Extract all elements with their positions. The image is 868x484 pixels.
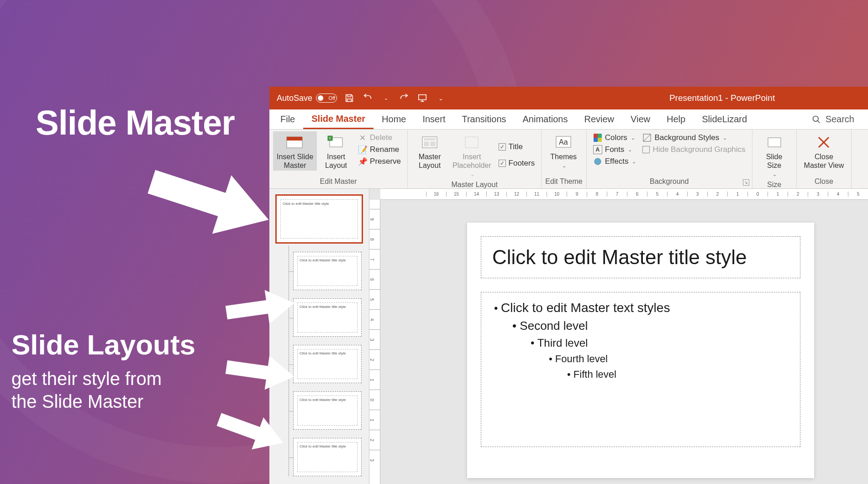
- vertical-ruler[interactable]: 9876543210123: [369, 200, 380, 484]
- body-placeholder[interactable]: Click to edit Master text styles Second …: [481, 292, 800, 447]
- close-master-view-button[interactable]: Close Master View: [800, 131, 848, 171]
- slide-canvas[interactable]: Click to edit Master title style Click t…: [380, 200, 868, 484]
- thumb-layout-text: Click to edit Master title style: [298, 349, 357, 357]
- hide-bg-label: Hide Background Graphics: [652, 145, 745, 154]
- thumb-layout-text: Click to edit Master title style: [298, 303, 357, 311]
- chevron-down-icon: ⌄: [470, 172, 474, 177]
- svg-rect-0: [419, 95, 426, 100]
- layout-thumbnail[interactable]: Click to edit Master title style: [293, 345, 362, 383]
- footers-checkbox-label: Footers: [509, 159, 535, 168]
- svg-rect-10: [430, 141, 436, 146]
- fonts-icon: A: [593, 145, 602, 154]
- layout-thumbnail[interactable]: Click to edit Master title style: [293, 298, 362, 337]
- svg-rect-17: [598, 138, 602, 142]
- tab-file[interactable]: File: [272, 109, 303, 129]
- tab-view[interactable]: View: [622, 109, 658, 129]
- slide-size-icon: [765, 134, 784, 151]
- close-icon: [815, 134, 833, 151]
- overlay-slide-master-title: Slide Master: [36, 103, 235, 142]
- text-level-3: Third level: [494, 337, 787, 349]
- undo-icon[interactable]: [362, 92, 374, 104]
- redo-icon[interactable]: [398, 92, 410, 104]
- tab-home[interactable]: Home: [374, 109, 414, 129]
- search-placeholder: Search: [826, 114, 854, 125]
- hide-bg-checkbox[interactable]: Hide Background Graphics: [642, 145, 745, 154]
- tab-help[interactable]: Help: [658, 109, 694, 129]
- insert-placeholder-button[interactable]: Insert Placeholder⌄: [449, 131, 495, 179]
- preserve-icon: 📌: [358, 157, 367, 166]
- toggle-switch-icon[interactable]: Off: [316, 94, 337, 103]
- rename-label: Rename: [370, 145, 399, 154]
- ribbon-content: Insert Slide Master + Insert Layout ✕Del…: [269, 130, 868, 189]
- slide-size-button[interactable]: Slide Size⌄: [756, 131, 793, 179]
- rename-button[interactable]: 📝Rename: [358, 145, 401, 154]
- group-edit-theme: Aa Themes⌄ Edit Theme: [542, 130, 587, 188]
- delete-label: Delete: [370, 133, 392, 142]
- effects-button[interactable]: Effects⌄: [593, 157, 637, 166]
- rename-icon: 📝: [358, 145, 367, 154]
- ribbon-tabs: File Slide Master Home Insert Transition…: [269, 109, 868, 130]
- slide-size-label: Slide Size: [766, 152, 783, 170]
- svg-point-1: [813, 116, 818, 121]
- title-bar: AutoSave Off ⌄ ⌄ Presentation1 - PowerPo…: [269, 87, 868, 109]
- fonts-button[interactable]: AFonts⌄: [593, 145, 637, 154]
- slideshow-icon[interactable]: [416, 92, 428, 104]
- ribbon-search[interactable]: Search: [812, 109, 868, 129]
- svg-rect-3: [287, 137, 302, 141]
- tab-slidelizard[interactable]: SlideLizard: [694, 109, 755, 129]
- thumb-master-text: Click to edit Master title style: [281, 200, 358, 208]
- background-styles-icon: [642, 133, 652, 142]
- group-master-layout-label: Master Layout: [411, 179, 537, 192]
- save-icon[interactable]: [343, 92, 355, 104]
- svg-rect-16: [594, 138, 598, 142]
- qat-customize-icon[interactable]: ⌄: [435, 92, 447, 104]
- group-master-layout: Master Layout Insert Placeholder⌄ Title …: [408, 130, 542, 188]
- themes-label: Themes: [550, 152, 577, 161]
- slide-master-thumbnail[interactable]: Click to edit Master title style: [275, 194, 363, 244]
- insert-layout-label: Insert Layout: [325, 152, 347, 170]
- master-layout-label: Master Layout: [419, 152, 441, 170]
- delete-button[interactable]: ✕Delete: [358, 133, 401, 142]
- themes-button[interactable]: Aa Themes⌄: [545, 131, 582, 170]
- dialog-launcher-icon[interactable]: ↘: [743, 179, 749, 186]
- group-background-label: Background: [590, 176, 748, 188]
- colors-button[interactable]: Colors⌄: [593, 133, 637, 142]
- group-size: Slide Size⌄ Size: [752, 130, 797, 188]
- insert-layout-button[interactable]: + Insert Layout: [318, 131, 354, 171]
- tab-animations[interactable]: Animations: [515, 109, 576, 129]
- title-placeholder[interactable]: Click to edit Master title style: [481, 236, 800, 278]
- layout-thumbnail[interactable]: Click to edit Master title style: [293, 252, 362, 290]
- powerpoint-window: AutoSave Off ⌄ ⌄ Presentation1 - PowerPo…: [269, 87, 868, 484]
- chevron-down-icon: ⌄: [628, 147, 632, 153]
- insert-slide-master-icon: [286, 134, 304, 151]
- footers-checkbox[interactable]: Footers: [499, 159, 535, 168]
- layout-thumbnail[interactable]: Click to edit Master title style: [293, 438, 362, 476]
- preserve-button[interactable]: 📌Preserve: [358, 157, 401, 166]
- insert-slide-master-button[interactable]: Insert Slide Master: [273, 131, 317, 171]
- tab-review[interactable]: Review: [576, 109, 622, 129]
- effects-label: Effects: [605, 157, 629, 166]
- chevron-down-icon: ⌄: [562, 163, 566, 169]
- overlay-subtitle-1: get their style from: [11, 369, 162, 389]
- fonts-label: Fonts: [605, 145, 625, 154]
- colors-icon: [593, 133, 602, 142]
- document-title: Presentation1 - PowerPoint: [447, 93, 861, 103]
- group-close: Close Master View Close: [797, 130, 852, 188]
- autosave-toggle[interactable]: AutoSave Off: [277, 94, 337, 103]
- title-checkbox[interactable]: Title: [499, 142, 535, 151]
- thumb-layout-text: Click to edit Master title style: [298, 256, 357, 264]
- arrow-to-master: [137, 138, 283, 263]
- checkbox-checked-icon: [499, 143, 506, 151]
- tab-insert[interactable]: Insert: [414, 109, 453, 129]
- slide[interactable]: Click to edit Master title style Click t…: [467, 223, 814, 478]
- layout-thumbnail[interactable]: Click to edit Master title style: [293, 391, 362, 430]
- tab-slide-master[interactable]: Slide Master: [303, 109, 374, 129]
- themes-icon: Aa: [554, 134, 573, 151]
- autosave-label: AutoSave: [277, 94, 312, 103]
- background-styles-button[interactable]: Background Styles⌄: [642, 133, 745, 142]
- master-layout-button[interactable]: Master Layout: [411, 131, 448, 179]
- svg-rect-8: [424, 138, 436, 141]
- tab-transitions[interactable]: Transitions: [453, 109, 514, 129]
- undo-dropdown-icon[interactable]: ⌄: [380, 92, 392, 104]
- svg-rect-20: [768, 138, 781, 147]
